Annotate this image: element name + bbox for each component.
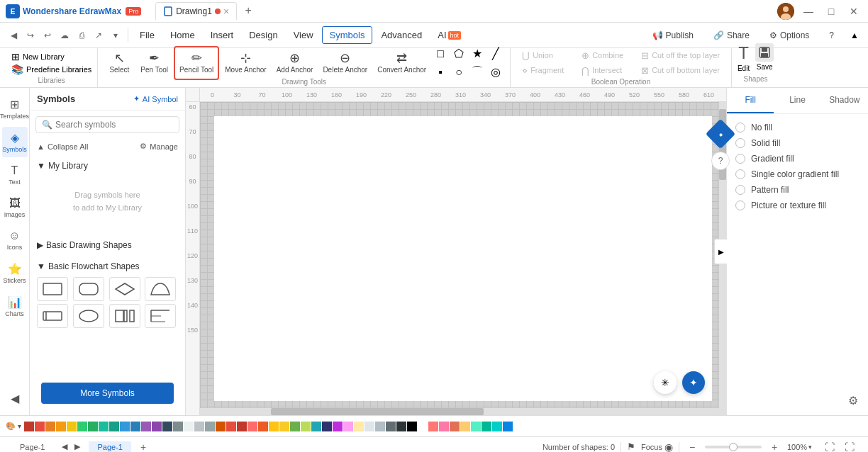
panel-settings-button[interactable]: ⚙ [844, 391, 862, 409]
sidebar-images[interactable]: 🖼 Images [2, 193, 28, 222]
single-color-gradient-option[interactable]: Single color gradient fill [735, 169, 859, 179]
fill-color-button[interactable]: 🎨 ▾ [6, 422, 21, 431]
color-swatch[interactable] [173, 422, 183, 431]
manage-button[interactable]: ⚙ Manage [140, 142, 178, 151]
intersect-button[interactable]: ⋂ Intersect [576, 64, 633, 77]
menu-view[interactable]: View [286, 27, 321, 43]
maximize-button[interactable]: □ [823, 3, 840, 20]
color-swatch[interactable] [184, 422, 194, 431]
color-swatch[interactable] [396, 422, 406, 431]
color-swatch[interactable] [439, 422, 449, 431]
color-swatch[interactable] [386, 422, 396, 431]
color-swatch[interactable] [56, 422, 66, 431]
search-box[interactable]: 🔍 [35, 116, 179, 133]
color-swatch[interactable] [418, 422, 428, 431]
color-swatch[interactable] [375, 422, 385, 431]
basic-drawing-header[interactable]: ▶ Basic Drawing Shapes [37, 237, 178, 253]
redo-button[interactable]: ↩ [40, 28, 55, 43]
color-swatch[interactable] [109, 422, 119, 431]
color-swatch[interactable] [120, 422, 130, 431]
zoom-slider[interactable] [705, 446, 762, 448]
color-swatch[interactable] [407, 422, 417, 431]
print-button[interactable]: ⎙ [74, 28, 89, 43]
cut-bottom-button[interactable]: ⊠ Cut off bottom layer [635, 64, 725, 77]
shape-rect[interactable]: □ [432, 45, 449, 62]
sidebar-charts[interactable]: 📊 Charts [2, 291, 28, 322]
minimize-button[interactable]: — [800, 3, 817, 20]
export-button[interactable]: ↗ [91, 28, 106, 43]
menu-insert[interactable]: Insert [204, 27, 241, 43]
basic-flowchart-header[interactable]: ▼ Basic Flowchart Shapes [37, 259, 178, 274]
scrollbar-thumb-h[interactable] [271, 408, 484, 415]
flowchart-shape-1[interactable] [37, 277, 68, 301]
new-tab-button[interactable]: + [240, 2, 257, 19]
color-swatch[interactable] [482, 422, 491, 431]
gradient-fill-radio[interactable] [735, 154, 745, 164]
menu-collapse-button[interactable]: ▲ [847, 28, 862, 43]
canvas[interactable]: ✳ ✦ [200, 102, 726, 415]
menu-home[interactable]: Home [163, 27, 202, 43]
zoom-in-button[interactable]: + [767, 440, 781, 453]
share-button[interactable]: 🔗 Share [706, 28, 757, 43]
menu-advanced[interactable]: Advanced [374, 27, 429, 43]
sidebar-text[interactable]: T Text [2, 160, 28, 190]
color-swatch[interactable] [77, 422, 87, 431]
tab-close[interactable]: × [223, 6, 229, 17]
move-anchor-tool[interactable]: ⊹ Move Anchor [221, 46, 270, 80]
picture-texture-option[interactable]: Picture or texture fill [735, 200, 859, 210]
shape-line[interactable]: ╱ [487, 45, 504, 62]
collapse-sidebar-button[interactable]: ◀ [2, 388, 28, 409]
color-swatch[interactable] [216, 422, 226, 431]
expand-right-panel[interactable]: ▶ [714, 239, 727, 264]
sidebar-icons[interactable]: ☺ Icons [2, 225, 28, 255]
pattern-fill-option[interactable]: Pattern fill [735, 185, 859, 195]
flowchart-shape-4[interactable] [145, 277, 176, 301]
pencil-tool[interactable]: ✏ Pencil Tool [174, 46, 219, 80]
color-swatch[interactable] [130, 422, 140, 431]
tab-drawing1[interactable]: Drawing1 × [155, 2, 237, 20]
flowchart-shape-3[interactable] [109, 277, 140, 301]
color-swatch[interactable] [99, 422, 108, 431]
page-1-active-tab[interactable]: Page-1 [89, 441, 130, 453]
select-tool[interactable]: ↖ Select [104, 46, 135, 80]
options-button[interactable]: ⚙ Options [762, 28, 816, 43]
page-1-tab[interactable]: Page-1 [11, 441, 53, 453]
color-swatch[interactable] [450, 422, 460, 431]
search-input[interactable] [55, 120, 173, 130]
shape-pentagon[interactable]: ⬠ [450, 45, 467, 62]
color-swatch[interactable] [333, 422, 343, 431]
fit-screen-button[interactable]: ⛶ [823, 440, 837, 453]
color-swatch[interactable] [141, 422, 151, 431]
my-library-header[interactable]: ▼ My Library [37, 158, 178, 174]
page-nav-next[interactable]: ▶ [72, 441, 83, 453]
color-swatch[interactable] [247, 422, 257, 431]
shape-star[interactable]: ★ [469, 45, 486, 62]
solid-fill-radio[interactable] [735, 138, 745, 148]
no-fill-radio[interactable] [735, 123, 745, 132]
color-swatch[interactable] [162, 422, 172, 431]
sparkle-button[interactable]: ✦ [682, 371, 705, 394]
edit-shape-button[interactable]: T Edit [738, 43, 750, 72]
more-button[interactable]: ▾ [108, 28, 123, 43]
collapse-all-button[interactable]: ▲ Collapse All [37, 142, 88, 151]
flowchart-shape-6[interactable] [73, 304, 104, 328]
help-circle-button[interactable]: ? [711, 152, 730, 170]
zoom-out-button[interactable]: − [685, 440, 699, 453]
avatar[interactable] [777, 3, 794, 20]
close-button[interactable]: ✕ [845, 3, 862, 20]
union-button[interactable]: ⋃ Union [516, 49, 573, 62]
color-swatch[interactable] [226, 422, 236, 431]
save-shape-button[interactable]: Save [755, 43, 774, 72]
color-swatch[interactable] [290, 422, 300, 431]
color-swatch[interactable] [471, 422, 481, 431]
color-swatch[interactable] [152, 422, 162, 431]
sidebar-symbols[interactable]: ◈ Symbols [2, 127, 28, 157]
color-swatch[interactable] [67, 422, 77, 431]
color-swatch[interactable] [311, 422, 321, 431]
add-page-button[interactable]: + [137, 441, 150, 453]
color-swatch[interactable] [460, 422, 470, 431]
new-library-button[interactable]: ⊞ New Library [11, 51, 65, 62]
color-swatch[interactable] [88, 422, 98, 431]
tab-fill[interactable]: Fill [727, 88, 774, 113]
single-color-radio[interactable] [735, 169, 745, 179]
